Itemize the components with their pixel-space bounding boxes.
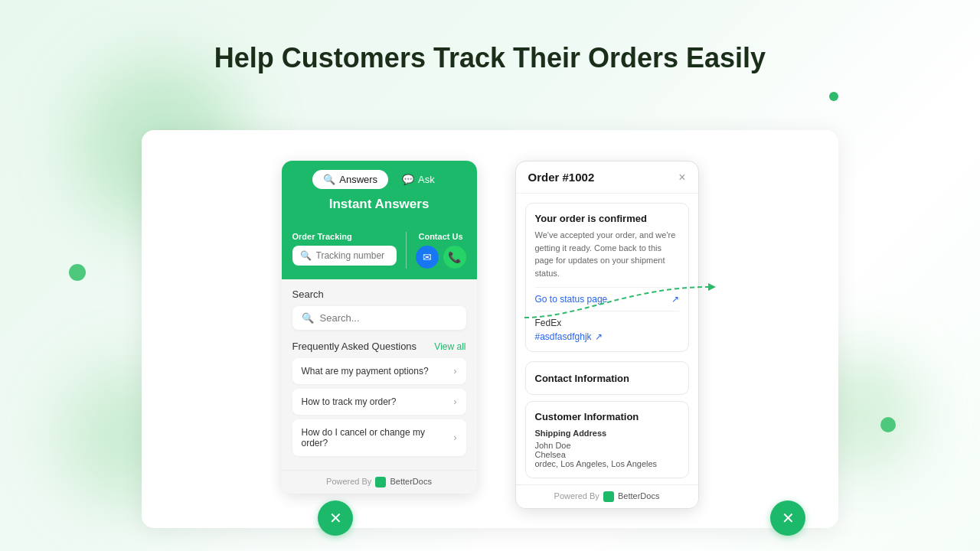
widget-title: Instant Answers <box>329 197 430 212</box>
faq-item-1[interactable]: What are my payment options? › <box>292 358 466 384</box>
order-confirmed-card: Your order is confirmed We've accepted y… <box>525 203 689 352</box>
tracking-label: Order Tracking <box>292 232 397 241</box>
dot-green-header <box>829 92 838 101</box>
external-link-icon: ↗ <box>671 294 679 305</box>
widget-right: Order #1002 × Your order is confirmed We… <box>515 161 699 509</box>
search-icon: 🔍 <box>302 312 314 324</box>
shipping-name: John Doe <box>535 441 679 450</box>
close-circle-left-button[interactable]: ✕ <box>318 500 353 536</box>
contact-right: Contact Us ✉ 📞 <box>416 232 466 269</box>
order-footer-icon <box>603 491 614 502</box>
shipping-address: ordec, Los Angeles, Los Angeles <box>535 459 679 468</box>
status-link-text: Go to status page <box>535 294 608 305</box>
order-confirmed-desc: We've accepted your order, and we're get… <box>535 229 679 279</box>
order-close-button[interactable]: × <box>678 171 685 184</box>
tracking-info: FedEx #asdfasdfghjk ↗ <box>535 311 679 342</box>
order-footer-powered: Powered By <box>554 491 599 500</box>
close-x-left-icon: ✕ <box>329 509 342 527</box>
customer-info-title: Customer Information <box>535 411 679 422</box>
widget-body: Search 🔍 Frequently Asked Questions View… <box>282 279 477 470</box>
tab-ask[interactable]: 💬 Ask <box>391 170 446 189</box>
tab-bar: 🔍 Answers 💬 Ask <box>312 170 446 189</box>
footer-powered-by: Powered By <box>326 477 371 486</box>
whatsapp-button[interactable]: 📞 <box>443 246 466 269</box>
chevron-icon-3: › <box>454 432 457 443</box>
tracking-number-text: #asdfasdfghjk <box>535 331 592 342</box>
tracking-link[interactable]: #asdfasdfghjk ↗ <box>535 331 679 342</box>
contact-info-card[interactable]: Contact Information <box>525 361 689 395</box>
shipping-label: Shipping Address <box>535 429 679 438</box>
main-container: 🔍 Answers 💬 Ask Instant Answers Order Tr… <box>142 130 838 528</box>
status-page-link[interactable]: Go to status page ↗ <box>535 287 679 311</box>
contact-divider <box>406 232 407 269</box>
messenger-button[interactable]: ✉ <box>416 246 439 269</box>
dot-green-right <box>880 417 896 432</box>
faq-item-3[interactable]: How do I cancel or change my order? › <box>292 419 466 456</box>
tracking-input[interactable] <box>316 250 389 261</box>
tracking-search-icon: 🔍 <box>300 250 312 261</box>
widget-left-footer: Powered By BetterDocs <box>282 470 477 494</box>
faq-title: Frequently Asked Questions <box>292 341 417 352</box>
contact-us-label: Contact Us <box>418 232 462 241</box>
messenger-icon: ✉ <box>423 251 432 263</box>
chevron-icon-2: › <box>454 396 457 407</box>
ask-icon: 💬 <box>402 174 414 185</box>
view-all-link[interactable]: View all <box>434 341 466 352</box>
contact-icons: ✉ 📞 <box>416 246 466 269</box>
tab-ask-label: Ask <box>418 174 435 185</box>
tracking-left: Order Tracking 🔍 <box>292 232 397 269</box>
order-title: Order #1002 <box>528 171 595 184</box>
tab-answers[interactable]: 🔍 Answers <box>312 170 388 189</box>
faq-text-2: How to track my order? <box>302 396 397 407</box>
shipping-city: Chelsea <box>535 450 679 459</box>
customer-info-card: Customer Information Shipping Address Jo… <box>525 401 689 478</box>
faq-text-3: How do I cancel or change my order? <box>302 427 454 448</box>
carrier-name: FedEx <box>535 318 679 328</box>
chevron-icon-1: › <box>454 366 457 377</box>
close-circle-right-button[interactable]: ✕ <box>770 500 805 536</box>
order-confirmed-title: Your order is confirmed <box>535 213 679 224</box>
page-title: Help Customers Track Their Orders Easily <box>0 0 980 74</box>
order-body: Your order is confirmed We've accepted y… <box>516 194 698 484</box>
tracking-input-wrap: 🔍 <box>292 246 397 266</box>
search-wrap[interactable]: 🔍 <box>292 306 466 330</box>
search-section-label: Search <box>292 289 466 300</box>
close-x-right-icon: ✕ <box>782 509 795 527</box>
whatsapp-icon: 📞 <box>448 251 461 263</box>
faq-item-2[interactable]: How to track my order? › <box>292 389 466 415</box>
contact-info-title: Contact Information <box>535 373 630 384</box>
faq-header: Frequently Asked Questions View all <box>292 341 466 352</box>
order-footer: Powered By BetterDocs <box>516 484 698 508</box>
widget-header: 🔍 Answers 💬 Ask Instant Answers <box>282 161 477 224</box>
footer-betterdocs-icon <box>375 477 386 487</box>
answers-icon: 🔍 <box>323 174 335 185</box>
faq-text-1: What are my payment options? <box>302 366 429 377</box>
widgets-row: 🔍 Answers 💬 Ask Instant Answers Order Tr… <box>142 130 838 524</box>
footer-brand: BetterDocs <box>390 477 432 486</box>
tracking-section: Order Tracking 🔍 Contact Us ✉ 📞 <box>282 224 477 279</box>
order-footer-brand: BetterDocs <box>618 491 659 500</box>
dot-green-left <box>69 264 86 281</box>
tab-answers-label: Answers <box>339 174 377 185</box>
tracking-external-icon: ↗ <box>595 331 603 342</box>
order-header: Order #1002 × <box>516 161 698 194</box>
widget-left: 🔍 Answers 💬 Ask Instant Answers Order Tr… <box>282 161 477 494</box>
search-input[interactable] <box>320 312 457 324</box>
